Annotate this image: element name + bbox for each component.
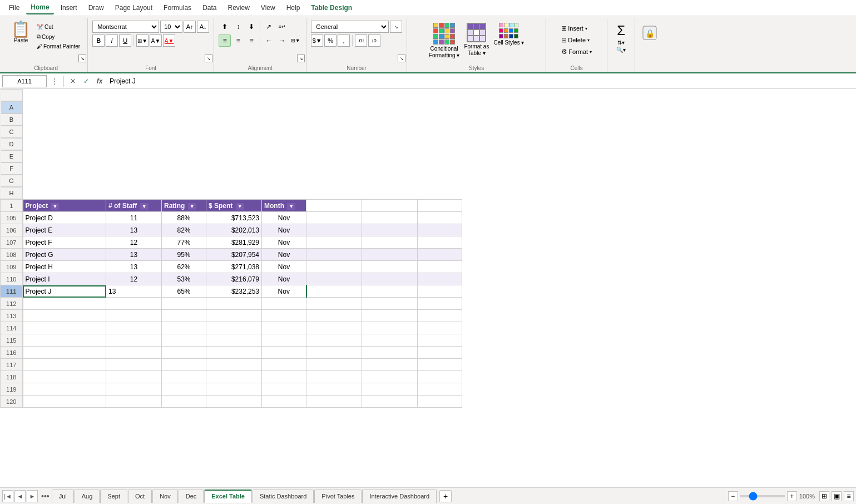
sort-filter-button[interactable]: ⇅▾	[617, 39, 625, 46]
cell-106-a[interactable]: Project E	[23, 224, 106, 236]
increase-font-button[interactable]: A↑	[184, 21, 196, 33]
cell-109-c[interactable]: 62%	[162, 261, 206, 273]
cell-108-b[interactable]: 13	[106, 249, 162, 261]
align-middle-button[interactable]: ↕	[232, 21, 244, 33]
cell-106-d[interactable]: $202,013	[206, 224, 262, 236]
decrease-indent-button[interactable]: ←	[263, 34, 275, 47]
merge-center-button[interactable]: ⊞▼	[289, 34, 301, 47]
cell-110-a[interactable]: Project I	[23, 273, 106, 285]
text-angle-button[interactable]: ↗	[263, 21, 275, 33]
month-dropdown-icon[interactable]: ▼	[287, 203, 295, 210]
format-button[interactable]: ⚙ Format ▾	[557, 46, 596, 57]
cell-107-a[interactable]: Project F	[23, 236, 106, 249]
align-left-button[interactable]: ≡	[219, 34, 231, 47]
cell-107-c[interactable]: 77%	[162, 236, 206, 249]
cell-109-d[interactable]: $271,038	[206, 261, 262, 273]
font-name-select[interactable]: Montserrat	[92, 21, 159, 33]
menu-review[interactable]: Review	[223, 2, 254, 14]
cell-112-a[interactable]	[23, 298, 106, 310]
cell-105-a[interactable]: Project D	[23, 212, 106, 224]
col-header-D[interactable]: D	[1, 138, 23, 150]
cell-110-b[interactable]: 12	[106, 273, 162, 285]
header-cell-staff[interactable]: # of Staff ▼	[106, 200, 162, 212]
cell-114-a[interactable]	[23, 322, 106, 334]
cell-106-c[interactable]: 82%	[162, 224, 206, 236]
cell-106-e[interactable]: Nov	[262, 224, 306, 236]
align-top-button[interactable]: ⬆	[219, 21, 231, 33]
menu-home[interactable]: Home	[26, 1, 53, 14]
cancel-formula-button[interactable]: ✕	[67, 76, 78, 87]
cell-112-b[interactable]	[106, 298, 162, 310]
align-center-button[interactable]: ≡	[232, 34, 244, 47]
cell-105-e[interactable]: Nov	[262, 212, 306, 224]
cell-112-c[interactable]	[162, 298, 206, 310]
cell-112-e[interactable]	[262, 298, 306, 310]
increase-decimal-button[interactable]: .0↑	[355, 34, 367, 47]
number-expand[interactable]: ↘	[398, 55, 405, 62]
cell-reference-input[interactable]	[2, 75, 47, 87]
italic-button[interactable]: I	[106, 34, 118, 47]
cell-113-a[interactable]	[23, 310, 106, 322]
insert-function-button[interactable]: fx	[94, 76, 105, 87]
format-painter-button[interactable]: 🖌 Format Painter	[34, 42, 83, 51]
cell-107-d[interactable]: $281,929	[206, 236, 262, 249]
spent-dropdown-icon[interactable]: ▼	[236, 203, 244, 210]
percent-button[interactable]: %	[324, 34, 337, 47]
underline-button[interactable]: U	[119, 34, 131, 47]
more-options-button[interactable]: ⋮	[49, 76, 60, 87]
decrease-decimal-button[interactable]: ↓0.	[368, 34, 380, 47]
number-format-select[interactable]: General	[311, 21, 389, 33]
menu-draw[interactable]: Draw	[84, 2, 108, 14]
comma-button[interactable]: ,	[338, 34, 350, 47]
project-dropdown-icon[interactable]: ▼	[51, 203, 60, 210]
cell-107-e[interactable]: Nov	[262, 236, 306, 249]
align-right-button[interactable]: ≡	[245, 34, 258, 47]
cut-button[interactable]: ✂️ Cut	[34, 23, 83, 31]
bold-button[interactable]: B	[92, 34, 105, 47]
col-header-H[interactable]: H	[1, 187, 23, 199]
cell-108-a[interactable]: Project G	[23, 249, 106, 261]
align-bottom-button[interactable]: ⬇	[245, 21, 258, 33]
cell-116-a[interactable]	[23, 347, 106, 359]
cell-105-c[interactable]: 88%	[162, 212, 206, 224]
menu-table-design[interactable]: Table Design	[306, 2, 357, 14]
copy-button[interactable]: ⧉ Copy	[34, 32, 83, 41]
cell-105-d[interactable]: $713,523	[206, 212, 262, 224]
cell-111-b[interactable]: 13	[106, 285, 162, 298]
cell-109-a[interactable]: Project H	[23, 261, 106, 273]
wrap-text-button[interactable]: ≡↵	[276, 21, 288, 33]
grid-container[interactable]: A B C D E F G H 1 Project ▼	[0, 89, 856, 459]
cell-111-c[interactable]: 65%	[162, 285, 206, 298]
col-header-G[interactable]: G	[1, 175, 23, 187]
cell-110-d[interactable]: $216,079	[206, 273, 262, 285]
decrease-font-button[interactable]: A↓	[197, 21, 209, 33]
col-header-E[interactable]: E	[1, 150, 23, 162]
cell-111-a[interactable]: Project J	[23, 285, 106, 298]
col-header-F[interactable]: F	[1, 162, 23, 175]
menu-page-layout[interactable]: Page Layout	[111, 2, 157, 14]
cell-111-e[interactable]: Nov	[262, 285, 306, 298]
cell-109-e[interactable]: Nov	[262, 261, 306, 273]
confirm-formula-button[interactable]: ✓	[81, 76, 92, 87]
font-expand[interactable]: ↘	[205, 55, 212, 62]
header-cell-project[interactable]: Project ▼	[23, 200, 106, 212]
cell-115-a[interactable]	[23, 334, 106, 347]
col-header-C[interactable]: C	[1, 126, 23, 138]
clipboard-expand[interactable]: ↘	[78, 55, 86, 62]
cell-110-e[interactable]: Nov	[262, 273, 306, 285]
cell-106-b[interactable]: 13	[106, 224, 162, 236]
fill-color-button[interactable]: A▼	[150, 34, 162, 47]
menu-file[interactable]: File	[4, 2, 24, 14]
formula-input[interactable]	[107, 75, 854, 87]
cell-105-b[interactable]: 11	[106, 212, 162, 224]
menu-help[interactable]: Help	[282, 2, 305, 14]
cell-120-a[interactable]	[23, 396, 106, 408]
header-cell-month[interactable]: Month ▼	[262, 200, 306, 212]
borders-button[interactable]: ⊞▼	[136, 34, 149, 47]
currency-button[interactable]: $▼	[311, 34, 323, 47]
insert-button[interactable]: ⊞ Insert ▾	[557, 23, 596, 34]
cell-108-c[interactable]: 95%	[162, 249, 206, 261]
cell-111-d[interactable]: $232,253	[206, 285, 262, 298]
font-color-button[interactable]: A▼	[163, 34, 175, 47]
format-as-table-button[interactable]: Format asTable ▾	[464, 23, 489, 57]
